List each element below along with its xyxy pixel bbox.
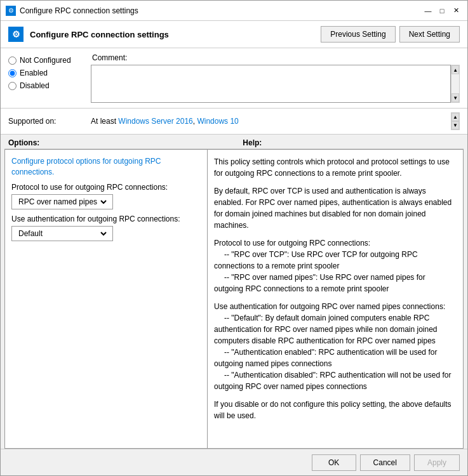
previous-setting-button[interactable]: Previous Setting (321, 26, 395, 43)
title-bar-text: Configure RPC connection settings (20, 6, 418, 15)
help-p1: This policy setting controls which proto… (214, 156, 457, 179)
supported-scroll-up[interactable]: ▲ (451, 113, 459, 121)
window: ⚙ Configure RPC connection settings — □ … (0, 0, 468, 476)
maximize-button[interactable]: □ (436, 4, 448, 17)
panels-labels: Options: Help: (1, 135, 467, 149)
minimize-button[interactable]: — (422, 4, 434, 17)
dialog-title: Configure RPC connection settings (30, 30, 314, 39)
windows-server-link[interactable]: Windows Server 2016 (118, 117, 192, 126)
auth-select[interactable]: Default Authentication enabled Authentic… (16, 228, 109, 239)
comment-scroll-up[interactable]: ▲ (451, 65, 459, 74)
protocol-label: Protocol to use for outgoing RPC connect… (11, 183, 201, 192)
auth-label: Use authentication for outgoing RPC conn… (11, 215, 201, 223)
title-bar-controls: — □ ✕ (422, 4, 462, 17)
title-bar: ⚙ Configure RPC connection settings — □ … (1, 1, 467, 21)
help-p4-title: Use authentication for outgoing RPC over… (214, 302, 445, 311)
help-p2: By default, RPC over TCP is used and aut… (214, 185, 457, 231)
supported-value: At least Windows Server 2016, Windows 10 (91, 117, 451, 126)
comment-section: Comment: ▲ ▼ (91, 53, 460, 103)
dialog-header: ⚙ Configure RPC connection settings Prev… (1, 21, 467, 48)
help-label: Help: (243, 138, 262, 147)
not-configured-label: Not Configured (20, 56, 71, 65)
supported-label: Supported on: (8, 117, 91, 126)
window-icon: ⚙ (6, 6, 16, 16)
enabled-option[interactable]: Enabled (8, 69, 91, 77)
help-p3: Protocol to use for outgoing RPC connect… (214, 237, 457, 294)
auth-dropdown-container[interactable]: Default Authentication enabled Authentic… (11, 226, 113, 241)
comment-label: Comment: (92, 53, 460, 62)
help-p3-line2: -- "RPC over named pipes": Use RPC over … (214, 273, 425, 293)
help-p4-line1: -- "Default": By default domain joined c… (214, 314, 438, 345)
options-panel: Configure protocol options for outgoing … (4, 149, 208, 449)
comment-scrollbar: ▲ ▼ (451, 65, 460, 103)
next-setting-button[interactable]: Next Setting (399, 26, 460, 43)
options-description: Configure protocol options for outgoing … (11, 156, 201, 178)
supported-scrollbar: ▲ ▼ (451, 112, 460, 130)
apply-button[interactable]: Apply (414, 454, 460, 471)
comment-textarea[interactable] (91, 65, 451, 103)
radio-group: Not Configured Enabled Disabled (8, 53, 91, 103)
windows-10-link[interactable]: Windows 10 (197, 117, 238, 126)
supported-row: Supported on: At least Windows Server 20… (1, 109, 467, 135)
enabled-radio[interactable] (8, 69, 17, 77)
comment-scroll-down[interactable]: ▼ (451, 93, 459, 102)
enabled-label: Enabled (20, 69, 48, 77)
header-icon: ⚙ (8, 27, 23, 42)
help-p4-line3: -- "Authentication disabled": RPC authen… (214, 371, 451, 391)
ok-button[interactable]: OK (312, 454, 356, 471)
help-panel: This policy setting controls which proto… (208, 149, 464, 449)
header-buttons: Previous Setting Next Setting (321, 26, 460, 43)
footer: OK Cancel Apply (1, 449, 467, 475)
help-p4: Use authentication for outgoing RPC over… (214, 301, 457, 392)
help-p5: If you disable or do not configure this … (214, 399, 457, 421)
help-p3-line1: -- "RPC over TCP": Use RPC over TCP for … (214, 250, 418, 270)
disabled-radio[interactable] (8, 82, 17, 90)
config-area: Not Configured Enabled Disabled Comment:… (1, 48, 467, 109)
help-p4-line2: -- "Authentication enabled": RPC authent… (214, 348, 437, 368)
protocol-select[interactable]: RPC over named pipes RPC over TCP (16, 197, 109, 207)
not-configured-option[interactable]: Not Configured (8, 56, 91, 65)
protocol-dropdown-container[interactable]: RPC over named pipes RPC over TCP (11, 194, 113, 209)
panels-content: Configure protocol options for outgoing … (4, 149, 464, 449)
disabled-option[interactable]: Disabled (8, 81, 91, 90)
options-label: Options: (8, 138, 39, 147)
help-p3-title: Protocol to use for outgoing RPC connect… (214, 239, 370, 248)
disabled-label: Disabled (20, 81, 50, 90)
cancel-button[interactable]: Cancel (360, 454, 410, 471)
not-configured-radio[interactable] (8, 56, 17, 65)
supported-scroll-down[interactable]: ▼ (451, 121, 459, 129)
close-button[interactable]: ✕ (450, 4, 462, 17)
